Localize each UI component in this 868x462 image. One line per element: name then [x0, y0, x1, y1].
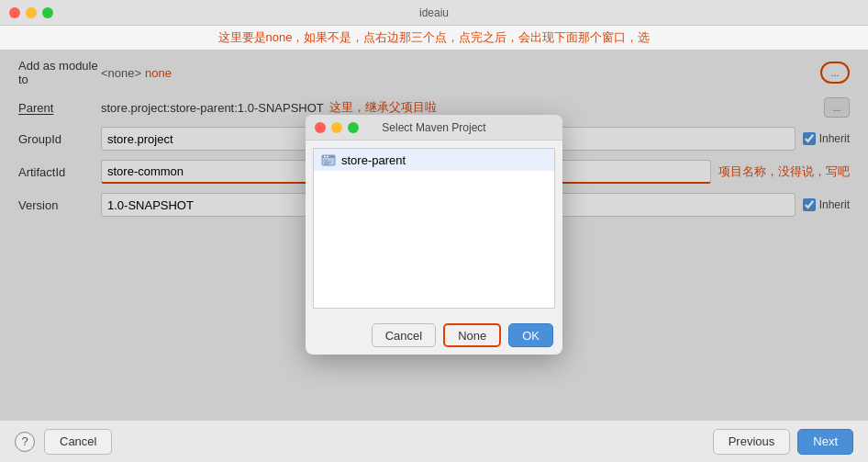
svg-point-3	[327, 156, 328, 158]
modal-title: Select Maven Project	[382, 121, 485, 134]
modal-title-bar: Select Maven Project	[306, 115, 562, 141]
modal-list-item[interactable]: store-parent	[314, 149, 554, 171]
help-button[interactable]: ?	[15, 432, 35, 452]
close-button[interactable]	[9, 7, 20, 18]
modal-close-button[interactable]	[315, 122, 326, 133]
annotation-bar: 这里要是none，如果不是，点右边那三个点，点完之后，会出现下面那个窗口，选	[0, 26, 868, 50]
main-window: ideaiu 这里要是none，如果不是，点右边那三个点，点完之后，会出现下面那…	[0, 0, 868, 462]
modal-none-button[interactable]: None	[443, 323, 501, 347]
window-title: ideaiu	[419, 6, 449, 19]
modal-list[interactable]: store-parent	[313, 148, 555, 309]
bottom-right: Previous Next	[713, 429, 853, 455]
modal-list-item-text: store-parent	[341, 153, 406, 167]
window-controls	[9, 7, 53, 18]
bottom-left: ? Cancel	[15, 429, 112, 455]
svg-rect-5	[324, 162, 331, 163]
title-bar: ideaiu	[0, 0, 868, 26]
modal-cancel-button[interactable]: Cancel	[372, 323, 436, 347]
svg-rect-6	[324, 163, 329, 164]
main-content: Add as module to <none> none ... Parent …	[0, 50, 868, 420]
svg-point-2	[324, 156, 326, 158]
minimize-button[interactable]	[26, 7, 37, 18]
bottom-bar: ? Cancel Previous Next	[0, 420, 868, 462]
modal-maximize-button[interactable]	[348, 122, 359, 133]
modal-ok-button[interactable]: OK	[508, 323, 553, 347]
next-button[interactable]: Next	[797, 429, 853, 455]
project-icon	[321, 152, 336, 167]
modal-footer: Cancel None OK	[306, 316, 562, 355]
select-maven-dialog: Select Maven Project	[306, 115, 562, 355]
svg-rect-4	[324, 160, 328, 161]
modal-minimize-button[interactable]	[331, 122, 342, 133]
modal-overlay: Select Maven Project	[0, 50, 868, 420]
maximize-button[interactable]	[42, 7, 53, 18]
previous-button[interactable]: Previous	[713, 429, 791, 455]
top-annotation: 这里要是none，如果不是，点右边那三个点，点完之后，会出现下面那个窗口，选	[218, 30, 651, 44]
cancel-button[interactable]: Cancel	[44, 429, 112, 455]
